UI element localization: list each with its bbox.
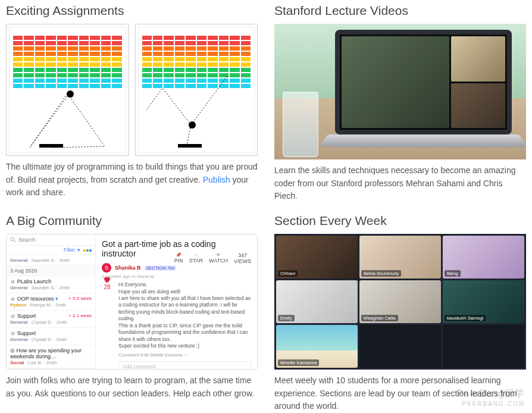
- video-tile: kaustubh Samsgi: [443, 280, 524, 323]
- publish-link[interactable]: Publish: [203, 175, 230, 184]
- video-tile: Chhavi: [276, 236, 358, 279]
- breakout-preview: [6, 24, 258, 156]
- video-tile: farida khurshudy: [359, 236, 441, 279]
- video-tile: [359, 325, 441, 368]
- community-title: A Big Community: [6, 214, 258, 228]
- author-avatar: S: [102, 263, 111, 273]
- post-author[interactable]: Shanika B: [115, 265, 141, 271]
- video-tile-professor-1: [342, 36, 449, 128]
- svg-point-0: [11, 237, 14, 241]
- forum-screenshot: Search Filter ▾ GeneralSaurabh S. · 2mth…: [6, 234, 258, 370]
- videos-desc: Learn the skills and techniques necessar…: [274, 164, 526, 203]
- post-body: Hi Everyone, Hope you all are doing well…: [118, 281, 251, 350]
- laptop: [328, 30, 519, 155]
- sidebar-thread[interactable]: ☺ Support GeneralCrystal D. · 2mth: [7, 328, 95, 345]
- assignments-title: Exciting Assignments: [6, 4, 258, 18]
- video-tile: Emily: [276, 280, 358, 323]
- sidebar-date: 27 Jul 2020: [7, 368, 95, 370]
- sidebar-thread[interactable]: ≈ 2.1 week ☺ Support GeneralCrystal D. ·…: [7, 311, 95, 328]
- sidebar-thread[interactable]: ⊙ How are you spending your weekends dur…: [7, 345, 95, 368]
- video-tile: Mireille Kamariza: [276, 325, 358, 368]
- video-tile: Meaghan Calla: [359, 280, 441, 323]
- search-icon: [10, 237, 16, 243]
- breakout-frame-2: [138, 27, 255, 153]
- video-tile: [443, 325, 524, 368]
- add-comment-input[interactable]: Add comment: [118, 361, 251, 370]
- video-tile-campus: [451, 36, 505, 82]
- section-title: Section Every Week: [274, 214, 526, 228]
- video-tile: Bang: [443, 236, 524, 279]
- sidebar-thread[interactable]: GeneralSaurabh S. · 2mth: [7, 255, 95, 266]
- breakout-frame-1: [9, 27, 126, 153]
- sidebar-thread[interactable]: ☺ PLabs Launch GeneralSaurabh S. · 2mth: [7, 276, 95, 293]
- post-meta: 2 months ago in General: [102, 274, 251, 279]
- assignments-desc: The ultimate joy of programming is to bu…: [6, 161, 258, 199]
- section-video-grid: Chhavi farida khurshudy Bang Emily Meagh…: [274, 234, 526, 370]
- section-tag: SECTION 704: [145, 265, 177, 271]
- post-stats: 📌PIN ☆STAR 👁WATCH 347VIEWS: [174, 252, 251, 264]
- community-desc: Join with folks who are trying to learn …: [6, 374, 258, 400]
- like-button[interactable]: 28: [103, 276, 111, 290]
- post-actions[interactable]: Comment Edit Delete Endorse ···: [118, 352, 251, 358]
- svg-line-1: [14, 241, 16, 243]
- water-glass: [283, 92, 318, 157]
- video-tile-professor-2: [451, 83, 505, 129]
- sidebar-date: 3 Aug 2020: [7, 266, 95, 276]
- sidebar-thread[interactable]: ≈ 5.0 week ☺ OOP resources ▾ PythonRamya…: [7, 293, 95, 311]
- lecture-video-photo: [274, 24, 526, 159]
- videos-title: Stanford Lecture Videos: [274, 4, 526, 18]
- forum-filter[interactable]: Filter ▾: [7, 246, 95, 255]
- section-desc: Meet weely with 10 students for a more p…: [274, 374, 526, 413]
- forum-search[interactable]: Search: [7, 234, 95, 246]
